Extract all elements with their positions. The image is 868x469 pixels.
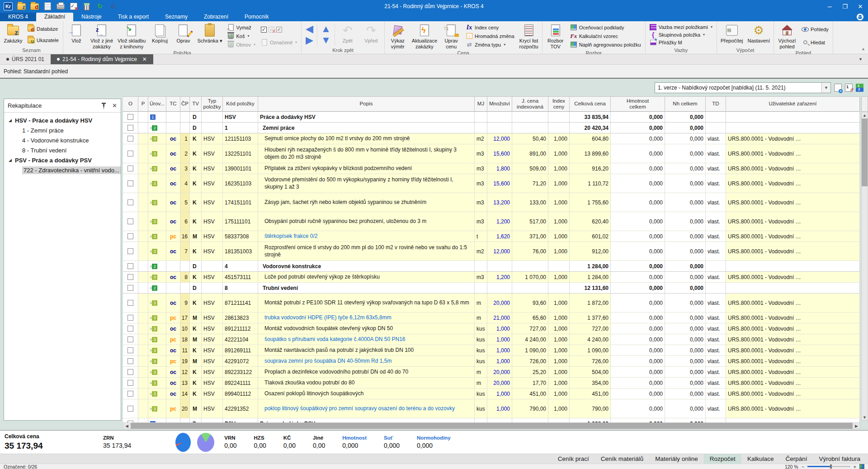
menu-tab-nástroje[interactable]: Nástroje [73,13,110,21]
table-row[interactable]: 1DHSVPráce a dodávky HSV33 835,940,0000,… [123,112,860,123]
horizontal-scroll-thumb[interactable] [131,423,853,429]
menu-tab-tisk-a-export[interactable]: Tisk a export [110,13,157,21]
panel-close-icon[interactable]: ✕ [112,102,117,109]
table-row[interactable]: ›3pc19MHSV42291072souprava zemní pro šou… [123,356,860,367]
row-checkbox[interactable] [127,218,133,224]
menu-tab-kros-4[interactable]: KROS 4 [0,13,36,21]
bottom-tab-cen-k-prac-[interactable]: Ceník prací [552,454,595,464]
horizontal-scrollbar[interactable]: ◀ ▶ [123,422,860,429]
tree-item[interactable]: ◢PSV - Práce a dodávky PSV [4,155,121,165]
table-row[interactable]: ›3oc11KHSV891269111Montáž navrtávacích p… [123,345,860,356]
ribbon-button-vpřed[interactable]: ↷Vpřed [359,22,383,47]
tree-item[interactable]: 722 - Zdravotechnika - vnitřní vodo... [4,165,121,175]
bottom-tab-rozpo-et[interactable]: Rozpočet [704,454,741,464]
print-icon[interactable] [56,2,65,10]
table-row[interactable]: ›3oc10KHSV891211112Montáž vodovodních šo… [123,323,860,334]
row-checkbox[interactable] [127,315,133,321]
table-row[interactable]: ›3oc5KHSV174151101Zásyp jam, šachet rýh … [123,193,860,212]
add-version-icon[interactable]: + [834,84,842,92]
row-checkbox[interactable] [127,336,133,342]
ribbon-button-index-ceny[interactable]: IxIndex ceny [465,24,515,31]
pin-icon[interactable] [101,103,107,109]
mark-dropdown-icon[interactable]: ✓ [276,27,282,33]
scroll-left-icon[interactable]: ◀ [123,423,130,429]
close-button[interactable]: ✕ [853,0,868,13]
row-checkbox[interactable] [127,125,133,131]
maximize-button[interactable]: ❐ [837,0,853,13]
table-row[interactable]: 1DPSVPráce a dodávky PSV1 338,000,0000,0… [123,418,860,422]
edit-version-icon[interactable]: 1✎ [845,84,853,92]
ribbon-button-výkaz-výměr[interactable]: Výkaz výměr [386,22,410,50]
column-header-typ[interactable]: Typ položky [202,96,223,112]
row-checkbox[interactable] [127,285,133,291]
row-checkbox[interactable] [127,248,133,254]
table-row[interactable]: ›2D1Zemní práce20 420,340,0000,000 [123,123,860,133]
table-row[interactable]: ›3oc6KHSV175111101Obsypání potrubí ručně… [123,212,860,231]
ribbon-button-skupinová-položka[interactable]: {Skupinová položka▾ [649,31,713,38]
row-checkbox[interactable] [127,114,133,120]
column-header-tc[interactable]: TC [166,96,180,112]
table-row[interactable]: ›3oc13KHSV892241111Tlaková zkouška vodou… [123,378,860,388]
column-header-mj[interactable]: MJ [475,96,487,112]
row-checkbox[interactable] [127,274,133,280]
open-estimate-icon[interactable]: z [17,2,26,10]
column-header-k-d-polo-ky[interactable]: Kód položky [223,96,258,112]
ribbon-collapse-icon[interactable]: ▲ [861,47,865,51]
zoom-in-icon[interactable]: + [854,464,856,469]
bottom-tab-materi-ly-online[interactable]: Materiály online [649,454,704,464]
table-row[interactable]: ›3oc3KHSV139001101Příplatek za ztížení v… [123,163,860,174]
open-database-icon[interactable]: d [30,2,39,10]
ribbon-button-zpět[interactable]: ↶Zpět [336,22,359,47]
tab-list-caret-icon[interactable]: ▼ [859,57,863,62]
nav-arrow-icon[interactable]: ◀ [305,25,314,33]
bottom-tab-kalkulace[interactable]: Kalkulace [741,454,780,464]
ribbon-button-vlož-skladbu-z-knihovny[interactable]: ↘Vlož skladbu z knihovny [115,22,148,50]
row-checkbox[interactable] [127,347,133,353]
table-row[interactable]: ›3oc2KHSV132251101Hloubení rýh nezapažen… [123,144,860,163]
ribbon-button-uprav-cenu[interactable]: ↑↓Uprav cenu [439,22,463,50]
column-header-hmotnost[interactable]: Hmotnost celkem [611,96,665,112]
minimize-button[interactable]: ─ [822,0,837,13]
compare-versions-icon[interactable]: 12 [856,84,863,92]
layout-icon[interactable] [859,464,864,469]
ribbon-button-hledat[interactable]: Hledat [801,38,830,46]
bottom-tab-cen-k-materi-l-[interactable]: Ceník materiálů [595,454,650,464]
row-checkbox[interactable] [127,199,133,205]
row-checkbox[interactable] [127,391,133,397]
table-row[interactable]: ›3oc9KHSV871211141Montáž potrubí z PE100… [123,294,860,313]
sync-icon[interactable]: ↻ [95,2,104,10]
table-row[interactable]: ›3oc12KHSV892233122Proplach a dezinfekce… [123,367,860,378]
ribbon-button-krycí-list-rozpočtu[interactable]: Krycí list rozpočtu [517,22,541,50]
ribbon-button-schránka[interactable]: Schránka ▾ [195,22,224,50]
ribbon-button-pohledy[interactable]: Pohledy [801,26,830,33]
column-header-j-cena[interactable]: J. cena indexovaná [512,96,548,112]
tree-item[interactable]: ◢HSV - Práce a dodávky HSV [4,115,121,125]
column-header-p[interactable]: P [138,96,148,112]
ribbon-button-změna-typu[interactable]: ⇄Změna typu▾ [465,41,515,48]
menu-tab-zobrazení[interactable]: Zobrazení [196,13,236,21]
column-header-tv[interactable]: TV [190,96,202,112]
ribbon-button-oceňovací-podklady[interactable]: Oceňovací podklady [569,24,642,31]
ribbon-button-aktualizace-zakázky[interactable]: ϟAktualizace zakázky [410,22,439,50]
row-checkbox[interactable] [127,136,133,142]
calculator-icon[interactable] [82,2,91,10]
bottom-tab-v-robn-faktura[interactable]: Výrobní faktura [813,454,866,464]
column-header-nh-celkem[interactable]: Nh celkem [665,96,706,112]
table-row[interactable]: ›2D4Vodorovné konstrukce1 284,000,0000,0… [123,261,860,272]
row-checkbox[interactable] [127,326,133,332]
column-header-index[interactable]: Index ceny [548,96,570,112]
new-document-icon[interactable] [43,2,52,10]
ribbon-button-kopíruj[interactable]: Kopíruj [148,22,171,50]
version-dropdown-icon[interactable]: ▼ [821,83,830,93]
row-checkbox[interactable] [127,180,133,186]
zoom-slider[interactable] [807,466,850,467]
account-icon[interactable] [857,14,863,20]
menu-tab-seznamy[interactable]: Seznamy [157,13,196,21]
home-icon[interactable]: ⌂ [108,2,118,10]
row-checkbox[interactable] [127,300,133,306]
vertical-scroll-thumb[interactable] [862,118,868,186]
row-checkbox[interactable] [127,358,133,364]
document-tab-úrs-2021-01[interactable]: ÚRS 2021 01 [0,54,51,64]
kros-logo-icon[interactable]: Kr [4,2,13,10]
column-header-u-ivatelsk-za-azen-[interactable]: Uživatelské zařazení [726,96,860,112]
